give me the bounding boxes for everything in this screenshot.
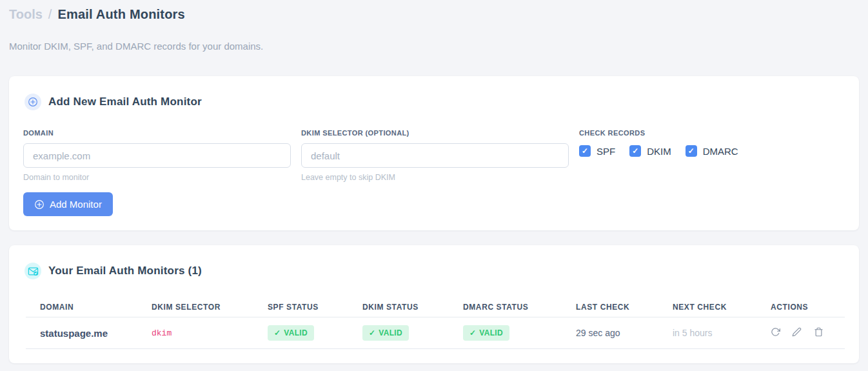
table-header-row: DOMAIN DKIM SELECTOR SPF STATUS DKIM STA… [26, 290, 845, 317]
checkbox-dmarc-label: DMARC [703, 146, 738, 157]
monitor-next-check: in 5 hours [658, 317, 756, 349]
monitor-dmarc-status-cell: ✓ VALID [449, 317, 562, 349]
add-monitor-card-title: Add New Email Auth Monitor [48, 95, 202, 108]
monitors-card: Your Email Auth Monitors (1) DOMAIN DKIM… [9, 245, 859, 363]
checkbox-checked-icon[interactable]: ✓ [579, 145, 591, 157]
mail-check-icon [25, 263, 41, 279]
dmarc-status-badge: ✓ VALID [463, 325, 509, 341]
monitor-table-row: statuspage.me dkim ✓ VALID ✓ VALID [26, 317, 845, 349]
checkbox-dkim[interactable]: ✓ DKIM [629, 145, 671, 157]
pencil-icon [792, 329, 802, 339]
check-icon: ✓ [274, 328, 281, 337]
edit-monitor-button[interactable] [792, 327, 802, 337]
breadcrumb: Tools / Email Auth Monitors [9, 7, 185, 22]
check-icon: ✓ [582, 147, 588, 155]
check-records-options: ✓ SPF ✓ DKIM ✓ DMARC [579, 145, 738, 157]
dkim-status-text: VALID [379, 328, 402, 337]
domain-input[interactable] [23, 143, 291, 168]
column-header-last-check: LAST CHECK [562, 290, 658, 317]
dkim-status-badge: ✓ VALID [362, 325, 409, 341]
column-header-next-check: NEXT CHECK [658, 290, 756, 317]
add-monitor-button-label: Add Monitor [50, 199, 102, 210]
add-monitor-form: DOMAIN Domain to monitor DKIM SELECTOR (… [23, 129, 738, 182]
column-header-dmarc-status: DMARC STATUS [449, 290, 562, 317]
refresh-icon [771, 329, 780, 339]
checkbox-dkim-label: DKIM [647, 146, 671, 157]
column-header-domain: DOMAIN [26, 290, 137, 317]
check-icon: ✓ [369, 328, 375, 337]
dkim-selector-input[interactable] [301, 143, 569, 168]
page-subtitle: Monitor DKIM, SPF, and DMARC records for… [9, 41, 263, 52]
add-monitor-card-header: Add New Email Auth Monitor [25, 94, 202, 110]
check-icon: ✓ [688, 147, 695, 155]
dkim-selector-field-group: DKIM SELECTOR (OPTIONAL) Leave empty to … [301, 129, 569, 182]
dkim-selector-label: DKIM SELECTOR (OPTIONAL) [301, 129, 569, 137]
monitors-table: DOMAIN DKIM SELECTOR SPF STATUS DKIM STA… [26, 290, 845, 349]
monitor-last-check: 29 sec ago [562, 317, 658, 349]
delete-monitor-button[interactable] [814, 327, 824, 337]
dmarc-status-text: VALID [479, 328, 503, 337]
check-records-label: CHECK RECORDS [579, 129, 738, 137]
check-records-group: CHECK RECORDS ✓ SPF ✓ DKIM [579, 129, 738, 182]
monitor-spf-status-cell: ✓ VALID [253, 317, 348, 349]
checkbox-dmarc[interactable]: ✓ DMARC [686, 145, 738, 157]
checkbox-spf-label: SPF [597, 146, 615, 157]
email-auth-monitors-page: Tools / Email Auth Monitors Monitor DKIM… [0, 0, 868, 371]
domain-helper-text: Domain to monitor [23, 173, 291, 182]
refresh-monitor-button[interactable] [771, 327, 780, 337]
domain-field-group: DOMAIN Domain to monitor [23, 129, 291, 182]
check-icon: ✓ [632, 147, 638, 155]
trash-icon [814, 329, 824, 339]
breadcrumb-tools-link[interactable]: Tools [9, 7, 43, 22]
column-header-dkim-status: DKIM STATUS [348, 290, 449, 317]
column-header-spf-status: SPF STATUS [253, 290, 348, 317]
monitors-card-title: Your Email Auth Monitors (1) [48, 265, 202, 277]
spf-status-badge: ✓ VALID [268, 325, 314, 341]
spf-status-text: VALID [284, 328, 308, 337]
domain-label: DOMAIN [23, 129, 291, 137]
monitors-card-header: Your Email Auth Monitors (1) [25, 263, 202, 279]
breadcrumb-separator: / [48, 7, 52, 22]
column-header-dkim-selector: DKIM SELECTOR [137, 290, 253, 317]
monitor-domain: statuspage.me [26, 317, 137, 349]
checkbox-checked-icon[interactable]: ✓ [686, 145, 697, 157]
check-icon: ✓ [469, 328, 476, 337]
monitor-dkim-status-cell: ✓ VALID [348, 317, 449, 349]
page-title: Email Auth Monitors [57, 7, 185, 22]
dkim-selector-helper-text: Leave empty to skip DKIM [301, 173, 569, 182]
plus-circle-icon [25, 94, 41, 110]
plus-circle-icon [34, 199, 44, 210]
monitor-dkim-selector: dkim [137, 317, 253, 349]
column-header-actions: ACTIONS [756, 290, 845, 317]
add-monitor-card: Add New Email Auth Monitor DOMAIN Domain… [9, 76, 859, 230]
checkbox-checked-icon[interactable]: ✓ [629, 145, 641, 157]
checkbox-spf[interactable]: ✓ SPF [579, 145, 615, 157]
add-monitor-button[interactable]: Add Monitor [23, 192, 113, 216]
monitor-actions-cell [756, 317, 845, 349]
